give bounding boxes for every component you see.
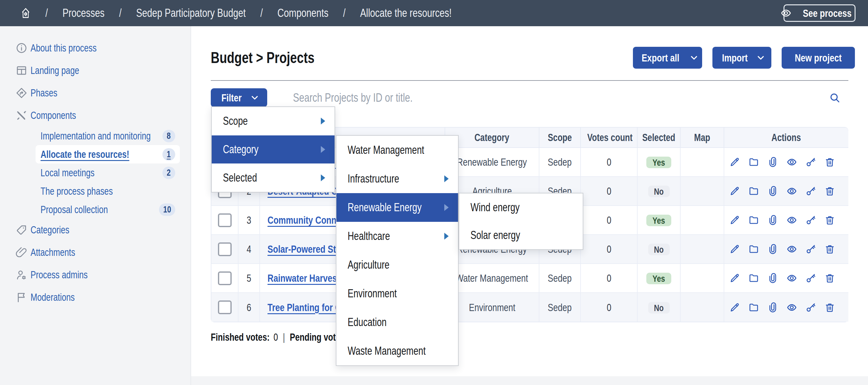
row-checkbox[interactable] [218, 300, 231, 314]
preview-action-icon[interactable] [786, 186, 797, 197]
folder-action-icon[interactable] [748, 157, 759, 168]
preview-action-icon[interactable] [786, 244, 797, 255]
row-checkbox-cell [211, 235, 238, 264]
row-checkbox[interactable] [218, 213, 231, 227]
sidebar-item-components[interactable]: Components [0, 104, 190, 127]
export-all-button[interactable]: Export all [633, 47, 702, 69]
delete-action-icon[interactable] [824, 244, 835, 255]
sidebar-item-label: Process admins [31, 269, 88, 281]
delete-action-icon[interactable] [824, 302, 835, 313]
submenu-arrow-icon [321, 118, 325, 124]
breadcrumb-separator: / [260, 6, 263, 20]
attachments-action-icon[interactable] [767, 273, 778, 284]
category-menu-item-education[interactable]: Education [336, 308, 458, 337]
edit-action-icon[interactable] [729, 215, 740, 226]
category-menu-item-renewable-energy[interactable]: Renewable Energy [336, 193, 458, 222]
category-menu-item-environment[interactable]: Environment [336, 279, 458, 308]
cell-text: Sedep [548, 156, 572, 168]
cell-text: 6 [247, 301, 251, 314]
permissions-action-icon[interactable] [805, 186, 816, 197]
cell-text: Environment [469, 301, 516, 314]
preview-action-icon[interactable] [786, 273, 797, 284]
sidebar-subitem-local-meetings[interactable]: Local meetings2 [35, 164, 180, 182]
sidebar-item-moderations[interactable]: Moderations [0, 286, 190, 308]
row-actions-cell [724, 206, 848, 235]
breadcrumb-components[interactable]: Components [278, 6, 329, 20]
breadcrumb-process-name[interactable]: Sedep Participatory Budget [136, 6, 246, 20]
submenu-arrow-icon [444, 204, 448, 211]
folder-action-icon[interactable] [748, 244, 759, 255]
breadcrumb-processes[interactable]: Processes [62, 6, 104, 20]
selected-badge: No [648, 186, 670, 197]
filter-menu-item-selected[interactable]: Selected [212, 164, 335, 192]
filter-button[interactable]: Filter [211, 88, 267, 107]
delete-action-icon[interactable] [824, 273, 835, 284]
category-menu-item-agriculture[interactable]: Agriculture [336, 250, 458, 279]
preview-action-icon[interactable] [786, 302, 797, 313]
header-label: Selected [642, 132, 675, 144]
sidebar-item-landing-page[interactable]: Landing page [0, 59, 190, 82]
folder-action-icon[interactable] [748, 186, 759, 197]
header-label: Actions [772, 132, 801, 144]
sidebar-item-categories[interactable]: Categories [0, 219, 190, 241]
home-icon[interactable] [21, 6, 31, 20]
folder-action-icon[interactable] [748, 302, 759, 313]
filter-label: Filter [221, 92, 242, 104]
category-menu-item-waste-management[interactable]: Waste Management [336, 337, 458, 365]
badge-text: 1 [167, 149, 171, 159]
edit-action-icon[interactable] [729, 186, 740, 197]
edit-action-icon[interactable] [729, 302, 740, 313]
search-icon[interactable] [829, 92, 840, 103]
attachments-action-icon[interactable] [767, 157, 778, 168]
subcategory-menu-item-wind-energy[interactable]: Wind energy [459, 194, 583, 221]
permissions-action-icon[interactable] [805, 273, 816, 284]
permissions-action-icon[interactable] [805, 244, 816, 255]
search-input[interactable] [267, 88, 706, 107]
folder-action-icon[interactable] [748, 273, 759, 284]
category-menu-item-healthcare[interactable]: Healthcare [336, 222, 458, 250]
category-menu-item-water-management[interactable]: Water Management [336, 136, 458, 165]
selected-badge: Yes [646, 215, 671, 226]
row-category: Environment [445, 293, 539, 322]
permissions-action-icon[interactable] [805, 157, 816, 168]
delete-action-icon[interactable] [824, 186, 835, 197]
new-project-button[interactable]: New project [782, 47, 855, 69]
attachments-action-icon[interactable] [767, 244, 778, 255]
attachments-action-icon[interactable] [767, 302, 778, 313]
sidebar-item-attachments[interactable]: Attachments [0, 241, 190, 264]
sidebar-subitem-allocate-the-resources-[interactable]: Allocate the resources!1 [35, 145, 180, 164]
row-checkbox[interactable] [218, 242, 231, 256]
paperclip-icon [16, 246, 27, 258]
sidebar-item-label: Landing page [31, 65, 79, 77]
subcategory-menu-item-solar-energy[interactable]: Solar energy [459, 221, 583, 249]
edit-action-icon[interactable] [729, 273, 740, 284]
preview-action-icon[interactable] [786, 215, 797, 226]
cell-text: Renewable Energy [457, 156, 527, 168]
delete-action-icon[interactable] [824, 215, 835, 226]
see-process-button[interactable]: See process [783, 4, 856, 22]
folder-action-icon[interactable] [748, 215, 759, 226]
delete-action-icon[interactable] [824, 157, 835, 168]
preview-action-icon[interactable] [786, 157, 797, 168]
sidebar-item-phases[interactable]: Phases [0, 82, 190, 104]
category-menu-item-infrastructure[interactable]: Infrastructure [336, 165, 458, 193]
attachments-action-icon[interactable] [767, 215, 778, 226]
sidebar-item-about-this-process[interactable]: About this process [0, 37, 190, 59]
sidebar-subitem-implementation-and-monitoring[interactable]: Implementation and monitoring8 [35, 127, 180, 145]
row-selected-cell: No [637, 177, 680, 206]
breadcrumb-current[interactable]: Allocate the resources! [360, 6, 452, 20]
row-checkbox[interactable] [218, 271, 231, 285]
sidebar-subitem-the-process-phases[interactable]: The process phases [35, 182, 180, 200]
sidebar-item-process-admins[interactable]: Process admins [0, 264, 190, 286]
sidebar-subitem-label: Local meetings [40, 167, 94, 179]
sidebar-subitem-proposal-collection[interactable]: Proposal collection10 [35, 200, 180, 219]
filter-menu-item-category[interactable]: Category [212, 136, 335, 164]
edit-action-icon[interactable] [729, 244, 740, 255]
cell-text: Water Management [456, 272, 528, 284]
import-button[interactable]: Import [712, 47, 771, 69]
edit-action-icon[interactable] [729, 157, 740, 168]
permissions-action-icon[interactable] [805, 302, 816, 313]
attachments-action-icon[interactable] [767, 186, 778, 197]
permissions-action-icon[interactable] [805, 215, 816, 226]
filter-menu-item-scope[interactable]: Scope [212, 107, 335, 136]
